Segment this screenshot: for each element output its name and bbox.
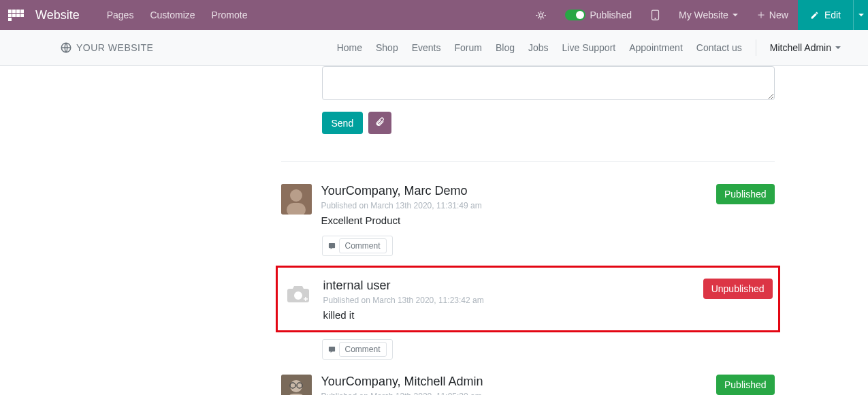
nav-user-dropdown[interactable]: Mitchell Admin xyxy=(770,42,841,53)
nav-contact[interactable]: Contact us xyxy=(696,42,742,53)
comment-textarea[interactable] xyxy=(322,66,775,100)
comment-author: YourCompany, Marc Demo xyxy=(321,184,707,198)
nav-events[interactable]: Events xyxy=(412,42,441,53)
nav-jobs[interactable]: Jobs xyxy=(528,42,549,53)
svg-rect-6 xyxy=(287,203,306,215)
svg-point-9 xyxy=(290,380,302,392)
comment-text: Excellent Product xyxy=(321,215,707,226)
brand-title: Website xyxy=(35,8,80,22)
comment-text: killed it xyxy=(323,309,694,321)
comment-item: YourCompany, Mitchell Admin Published on… xyxy=(281,369,775,395)
paperclip-icon xyxy=(375,117,385,127)
toggle-switch-icon xyxy=(565,10,585,20)
nav-blog[interactable]: Blog xyxy=(496,42,515,53)
reply-label: Comment xyxy=(339,342,387,357)
svg-point-0 xyxy=(539,14,543,17)
comment-item: YourCompany, Marc Demo Published on Marc… xyxy=(281,178,775,229)
nav-forum[interactable]: Forum xyxy=(455,42,482,53)
top-menu: Pages Customize Promote xyxy=(107,10,248,20)
status-badge[interactable]: Published xyxy=(716,375,775,395)
reply-button[interactable]: Comment xyxy=(322,339,393,360)
nav-live-support[interactable]: Live Support xyxy=(562,42,616,53)
svg-point-2 xyxy=(655,18,656,19)
comment-author: YourCompany, Mitchell Admin xyxy=(321,375,707,389)
nav-home[interactable]: Home xyxy=(337,42,362,53)
reply-button[interactable]: Comment xyxy=(322,236,393,256)
reply-label: Comment xyxy=(339,238,387,253)
comment-date: Published on March 13th 2020, 11:05:30 a… xyxy=(321,392,707,395)
top-menu-pages[interactable]: Pages xyxy=(107,10,134,20)
status-badge[interactable]: Unpublished xyxy=(703,279,773,299)
comment-date: Published on March 13th 2020, 11:23:42 a… xyxy=(323,296,694,305)
chevron-down-icon xyxy=(835,46,841,49)
my-website-dropdown[interactable]: My Website xyxy=(669,0,748,30)
comment-item: internal user Published on March 13th 20… xyxy=(283,273,773,323)
avatar xyxy=(281,375,312,395)
highlighted-comment: internal user Published on March 13th 20… xyxy=(276,266,780,332)
avatar xyxy=(283,279,314,309)
chevron-down-icon xyxy=(858,14,864,16)
published-label: Published xyxy=(590,10,632,20)
topbar: Website Pages Customize Promote Publishe… xyxy=(0,0,868,30)
edit-label: Edit xyxy=(824,10,841,20)
comment-icon xyxy=(328,346,336,353)
reply-link-row: Comment xyxy=(322,339,775,360)
comment-icon xyxy=(328,242,336,250)
edit-dropdown[interactable] xyxy=(853,0,868,30)
svg-point-5 xyxy=(290,189,302,202)
new-button[interactable]: New xyxy=(748,0,798,30)
comments-list: YourCompany, Marc Demo Published on Marc… xyxy=(281,178,775,395)
top-menu-promote[interactable]: Promote xyxy=(212,10,248,20)
camera-placeholder-icon xyxy=(287,285,310,304)
top-menu-customize[interactable]: Customize xyxy=(150,10,195,20)
apps-menu-icon[interactable] xyxy=(8,10,25,21)
send-button[interactable]: Send xyxy=(322,112,364,134)
site-logo-text: YOUR WEBSITE xyxy=(76,42,153,53)
divider xyxy=(281,161,775,162)
mobile-preview-icon[interactable] xyxy=(641,0,669,30)
reply-link-row: Comment xyxy=(322,236,775,256)
nav-user-name: Mitchell Admin xyxy=(770,42,831,53)
published-toggle[interactable]: Published xyxy=(556,0,641,30)
new-label: New xyxy=(769,10,788,20)
nav-shop[interactable]: Shop xyxy=(376,42,398,53)
my-website-label: My Website xyxy=(679,10,728,20)
attach-button[interactable] xyxy=(368,112,391,134)
site-logo[interactable]: YOUR WEBSITE xyxy=(60,42,153,54)
avatar xyxy=(281,184,312,215)
debug-icon[interactable] xyxy=(526,0,556,30)
chevron-down-icon xyxy=(733,14,738,16)
edit-button[interactable]: Edit xyxy=(798,0,853,30)
nav-appointment[interactable]: Appointment xyxy=(629,42,683,53)
nav-separator xyxy=(756,40,756,56)
comment-author: internal user xyxy=(323,279,694,293)
comment-date: Published on March 13th 2020, 11:31:49 a… xyxy=(321,201,707,210)
status-badge[interactable]: Published xyxy=(716,184,775,204)
site-nav: YOUR WEBSITE Home Shop Events Forum Blog… xyxy=(0,30,868,66)
